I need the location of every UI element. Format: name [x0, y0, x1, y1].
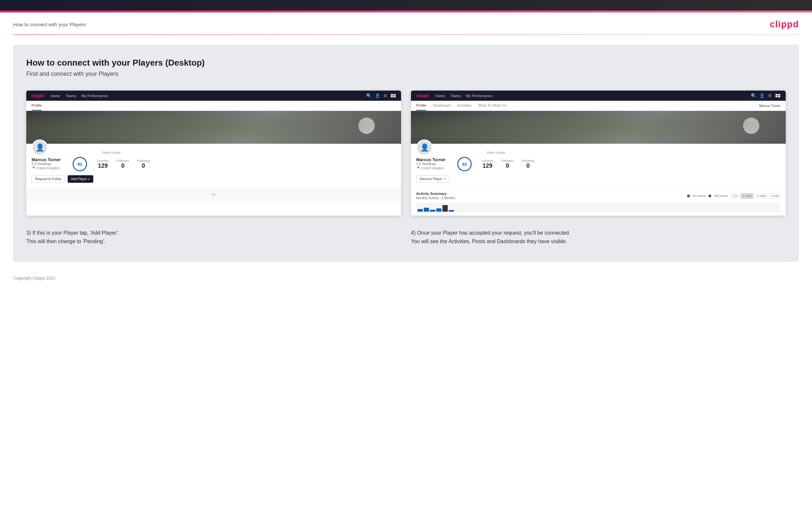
mock-stats-row-1: 92 Activities 129 Followers 0	[72, 157, 149, 171]
mock-nav-icons-1: 🔍 👤 ⚙ 🏴󠁧󠁢󠁥󠁮󠁧󠁿	[366, 93, 396, 98]
mock-activity-section: Activity Summary Monthly Activity · 6 Mo…	[411, 188, 786, 216]
stats-group-2: Activities 129 Followers 0 Following 0	[481, 159, 534, 169]
mock-banner-img-2	[411, 111, 786, 144]
stat-activities-2: Activities 129	[481, 159, 493, 169]
mock-nav-teams-2: Teams	[450, 94, 461, 98]
avatar-icon-2: 👤	[420, 144, 429, 152]
mock-navbar-2: clippd Home Teams My Performance 🔍 👤 ⚙ 🏴…	[411, 91, 786, 101]
off-course-legend-dot	[709, 194, 711, 197]
description-text-2: 4) Once your Player has accepted your re…	[411, 229, 786, 245]
mock-profile-section-2: 👤 Marcus Turner 1-5 Handicap 📍 United Ki…	[411, 144, 786, 188]
stat-followers-2: Followers 0	[501, 159, 514, 169]
page-footer: Copyright Clippd 2022	[0, 272, 812, 287]
tab-profile-2[interactable]: Profile	[416, 101, 426, 111]
mock-nav-links-2: Home Teams My Performance	[435, 94, 744, 98]
mock-nav-teams-1: Teams	[66, 94, 76, 98]
activity-summary-title: Activity Summary	[416, 192, 455, 195]
mock-player-handicap-1: 1-5 Handicap	[32, 162, 61, 166]
tab-what-to-work-on-2[interactable]: What To Work On	[478, 101, 506, 111]
description-block-1: 3) If this is your Player tap, 'Add Play…	[26, 229, 401, 245]
stat-activities-1: Activities 129	[97, 159, 109, 169]
avatar-icon-1: 👤	[36, 144, 44, 152]
description-text-1: 3) If this is your Player tap, 'Add Play…	[26, 229, 401, 245]
clippd-logo: clippd	[770, 19, 799, 30]
tab-dashboard-2[interactable]: Dashboard	[433, 101, 451, 111]
stats-group-1: Activities 129 Followers 0 Following 0	[97, 159, 149, 169]
mock-player-location-2: 📍 United Kingdom	[416, 166, 445, 170]
time-btn-3mths[interactable]: 3 mths	[755, 193, 768, 199]
stat-following-1: Following 0	[137, 159, 149, 169]
top-bar	[0, 0, 812, 10]
chart-bar-2	[424, 208, 429, 212]
descriptions-row: 3) If this is your Player tap, 'Add Play…	[26, 229, 786, 245]
mock-logo-1: clippd	[32, 93, 44, 98]
time-buttons: 1 yr 6 mths 3 mths 1 mth	[730, 193, 780, 199]
settings-icon-2: ⚙	[768, 93, 772, 98]
description-block-2: 4) Once your Player has accepted your re…	[411, 229, 786, 245]
main-content: How to connect with your Players (Deskto…	[13, 45, 799, 262]
mock-tabs-1: Profile	[26, 101, 401, 111]
activity-summary-subtitle: Monthly Activity · 6 Months	[416, 196, 455, 200]
quality-label-1: Player Quality	[72, 151, 149, 154]
flag-icon-1: 🏴󠁧󠁢󠁥󠁮󠁧󠁿	[391, 93, 396, 98]
mock-avatar-2: 👤	[416, 139, 433, 156]
tab-activities-2[interactable]: Activities	[457, 101, 471, 111]
profile-top-row-2: 👤 Marcus Turner 1-5 Handicap 📍 United Ki…	[416, 148, 780, 171]
chart-bar-5	[443, 205, 448, 212]
mock-nav-performance-1: My Performance	[82, 94, 108, 98]
main-subtitle: Find and connect with your Players	[26, 70, 786, 77]
footer-text: Copyright Clippd 2022	[13, 276, 55, 281]
mock-avatar-1: 👤	[32, 139, 48, 156]
mock-nav-icons-2: 🔍 👤 ⚙ 🏴󠁧󠁢󠁥󠁮󠁧󠁿	[751, 93, 780, 98]
chart-bar-3	[430, 210, 435, 212]
activity-controls: On course Off course 1 yr 6 mths 3 mths …	[687, 193, 780, 199]
header-divider	[13, 35, 799, 35]
page-header-title: How to connect with your Players	[13, 22, 86, 27]
time-btn-6mths[interactable]: 6 mths	[741, 193, 754, 199]
location-icon-1: 📍	[32, 166, 36, 170]
user-icon-1: 👤	[375, 93, 380, 98]
settings-icon-1: ⚙	[383, 93, 387, 98]
quality-circle-2: 92	[457, 157, 472, 171]
activity-chart	[416, 203, 780, 212]
mock-nav-performance-2: My Performance	[466, 94, 493, 98]
profile-top-row-1: 👤 Marcus Turner 1-5 Handicap 📍 United Ki…	[32, 148, 396, 171]
screenshot-1: clippd Home Teams My Performance 🔍 👤 ⚙ 🏴…	[26, 91, 401, 216]
main-title: How to connect with your Players (Deskto…	[26, 58, 786, 68]
pencil-icon-1: ✏	[211, 192, 216, 198]
mock-banner-2	[411, 111, 786, 144]
mock-player-handicap-2: 1-5 Handicap	[416, 162, 445, 166]
screenshots-row: clippd Home Teams My Performance 🔍 👤 ⚙ 🏴…	[26, 91, 786, 216]
quality-circle-1: 92	[72, 157, 87, 171]
chart-bar-6	[449, 210, 454, 212]
mock-banner-img-1	[26, 111, 401, 144]
stat-following-2: Following 0	[522, 159, 534, 169]
chart-bar-1	[417, 209, 423, 212]
mock-profile-section-1: 👤 Marcus Turner 1-5 Handicap 📍 United Ki…	[26, 144, 401, 188]
location-icon-2: 📍	[416, 166, 420, 170]
add-player-button[interactable]: Add Player +	[68, 175, 93, 183]
mock-player-location-1: 📍 United Kingdom	[32, 166, 61, 170]
mock-buttons-1: Request to Follow Add Player +	[32, 175, 396, 183]
remove-player-button[interactable]: Remove Player ✕	[416, 175, 450, 183]
on-course-legend-label: On course	[693, 194, 706, 198]
mock-tabs-right-2: Profile Dashboard Activities What To Wor…	[411, 101, 786, 111]
mock-player-name-1: Marcus Turner	[32, 157, 61, 162]
time-btn-1yr[interactable]: 1 yr	[730, 193, 740, 199]
search-icon-1: 🔍	[366, 93, 371, 98]
mock-navbar-1: clippd Home Teams My Performance 🔍 👤 ⚙ 🏴…	[26, 91, 401, 101]
close-icon: ✕	[444, 177, 446, 181]
quality-label-2: Player Quality	[457, 151, 534, 154]
mock-buttons-2: Remove Player ✕	[416, 175, 780, 183]
tab-profile-1[interactable]: Profile	[32, 101, 42, 111]
mock-tabs-right-links-2: Profile Dashboard Activities What To Wor…	[416, 101, 507, 111]
mock-stats-row-2: 92 Activities 129 Followers 0	[457, 157, 534, 171]
user-dropdown-2[interactable]: Marcus Turner	[759, 104, 780, 108]
off-course-legend-label: Off course	[714, 194, 727, 198]
mock-pencil-area-1: ✏	[26, 188, 401, 201]
chart-bar-4	[436, 208, 442, 212]
time-btn-1mth[interactable]: 1 mth	[769, 193, 780, 199]
mock-player-name-2: Marcus Turner	[416, 157, 445, 162]
search-icon-2: 🔍	[751, 93, 756, 98]
request-to-follow-button[interactable]: Request to Follow	[32, 175, 65, 183]
